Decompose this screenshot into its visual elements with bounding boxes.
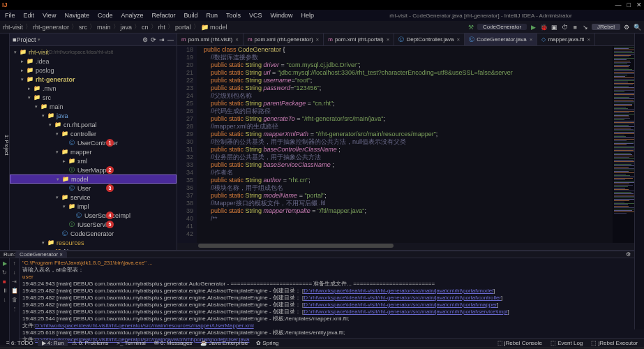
debug-icon[interactable]: 🐞 [539,23,548,31]
tree-item[interactable]: ▾📁service [10,193,177,202]
code-editor[interactable]: 1819202122232425262728293031323334353637… [177,46,644,243]
bottom-right-tab[interactable]: ⬚ jRebel Console [493,340,546,346]
profiler-icon[interactable]: ⏱ [560,23,569,31]
tree-item[interactable]: ▾📁impl [10,202,177,211]
tree-item[interactable]: ▾📁java [10,111,177,120]
project-hide-icon[interactable]: — [167,36,174,43]
code-body[interactable]: public class CodeGenerator { //数据库连接参数 p… [197,46,644,243]
run-tab[interactable]: CodeGenerator × [15,251,67,258]
menu-tools[interactable]: Tools [223,12,244,19]
coverage-icon[interactable]: ▣ [550,23,558,31]
tree-item[interactable]: ⒸCodeGenerator [10,229,177,238]
jrebel-button[interactable]: JRebel [592,24,620,30]
tree-item[interactable]: ⒸUserController1 [10,138,177,147]
tree-item[interactable]: ▸📁ftl [10,247,177,250]
breadcrumb-item[interactable]: cn [142,24,149,31]
hscrollbar[interactable] [177,243,644,250]
bottom-tab[interactable]: ✉ 0: Messages [150,340,197,346]
tree-item[interactable]: ▸📁poslog [10,66,177,75]
gear-icon[interactable]: ⚙ [622,23,631,31]
bottom-right-tab[interactable]: ⬚ jRebel Executor [587,340,642,346]
console-output[interactable]: "C:\Program Files\Java\jdk1.8.0_231\bin\… [20,258,644,345]
tree-item[interactable]: ⒾUserMapper2 [10,165,177,174]
menu-build[interactable]: Build [180,12,201,19]
menu-file[interactable]: File [1,12,19,19]
tree-item[interactable]: ▾📁cn.rht.portal [10,120,177,129]
minimize-button[interactable]: — [615,1,622,8]
tab-close-icon[interactable]: × [316,36,320,43]
breadcrumb-item[interactable]: rht-generator [33,24,69,31]
menu-refactor[interactable]: Refactor [148,12,179,19]
menu-vcs[interactable]: VCS [246,12,266,19]
tab-close-icon[interactable]: × [587,36,590,43]
tree-item[interactable]: ▸📁xml [10,156,177,165]
run-tool-icon[interactable]: ↻ [2,269,7,276]
project-tree[interactable]: ▾📁rht-visit D:/rht/workspace/idea/rht-vi… [10,46,177,250]
tab-close-icon[interactable]: × [387,36,390,43]
breadcrumb-item[interactable]: portal [175,24,191,31]
run-tool-icon[interactable]: ▶ [3,260,7,267]
run-icon[interactable]: ▶ [529,23,537,31]
tab-close-icon[interactable]: × [235,36,239,43]
maximize-button[interactable]: □ [627,1,631,8]
bottom-tab[interactable]: ✿ Spring [252,340,283,346]
run-tool-icon[interactable]: 🗑 [12,297,17,303]
menu-window[interactable]: Window [267,12,297,19]
stop-icon[interactable]: ■ [571,23,579,31]
run-tab-close-icon[interactable]: × [59,251,63,258]
hammer-icon[interactable]: ⚒ [467,23,475,31]
editor-tab[interactable]: ⒸCodeGenerator.java× [465,34,537,45]
bottom-tab[interactable]: ≡ 6: TODO [2,340,38,346]
run-tool-icon[interactable]: ↑ [13,260,16,267]
tab-close-icon[interactable]: × [456,36,460,43]
menu-help[interactable]: Help [298,12,318,19]
hscroll-thumb[interactable] [198,244,394,248]
breadcrumb-item[interactable]: src [79,24,87,31]
run-config-select[interactable]: CodeGenerator [477,24,527,30]
tree-item[interactable]: ▸📁.mvn [10,84,177,93]
run-tool-icon[interactable]: ■ [3,279,6,285]
tree-item[interactable]: ▾📁mapper [10,147,177,156]
tree-item[interactable]: ⒾIUserService5 [10,220,177,229]
project-refresh-icon[interactable]: ⟳ [151,36,156,43]
menu-view[interactable]: View [39,12,59,19]
tree-item[interactable]: ⒸUser3 [10,184,177,193]
bottom-tab[interactable]: >_ Terminal [112,340,149,346]
git-icon[interactable]: ↘ [581,23,590,31]
tree-item[interactable]: ⒸUserServiceImpl4 [10,211,177,220]
breadcrumb-item[interactable]: main [97,24,111,31]
tab-close-icon[interactable]: × [530,36,533,43]
menu-run[interactable]: Run [203,12,222,19]
tree-item[interactable]: ▾📁main [10,102,177,111]
editor-tab[interactable]: ⒸDeptController.java× [394,34,465,45]
breadcrumb-item[interactable]: rht-visit [3,24,23,31]
editor-tab[interactable]: mpom.xml (rht-generator)× [244,34,324,45]
tree-item[interactable]: ▾📁resources [10,238,177,247]
menu-edit[interactable]: Edit [20,12,38,19]
bottom-tab[interactable]: ▶ 4: Run [38,340,68,346]
tree-item[interactable]: ▾📁rht-visit D:/rht/workspace/idea/rht-vi… [10,47,177,57]
tree-item[interactable]: ▾📁rht-generator [10,75,177,84]
run-gear-icon[interactable]: ⚙ [626,251,631,258]
bottom-right-tab[interactable]: ⬚ Event Log [546,340,587,346]
run-tool-icon[interactable]: ⇥ [12,279,17,285]
run-tool-icon[interactable]: ↓ [3,297,6,303]
menu-navigate[interactable]: Navigate [61,12,93,19]
close-button[interactable]: ✕ [636,1,642,8]
run-tool-icon[interactable]: ↓ [13,269,16,276]
editor-tab[interactable]: mpom.xml (rht-portal)× [324,34,394,45]
tree-item[interactable]: ▾📁controller [10,129,177,138]
project-settings-icon[interactable]: ⚙ [142,36,148,43]
run-tool-icon[interactable]: 📋 [11,288,18,294]
tree-item[interactable]: ▾📁src [10,93,177,102]
tree-item[interactable]: ▾📁model [10,174,177,184]
tree-item[interactable]: ▸📁.idea [10,57,177,66]
project-collapse-icon[interactable]: ⇥ [159,36,165,43]
leftbar-tab[interactable]: 1: Project [4,135,9,156]
bottom-tab[interactable]: ☕ Java Enterprise [196,340,252,346]
editor-tab[interactable]: mpom.xml (rht-visit)× [177,34,244,45]
breadcrumb-item[interactable]: 📁 model [201,24,227,31]
run-tool-icon[interactable]: ⋮ [12,306,17,312]
bottom-tab[interactable]: ⚠ 0: Problems [68,340,112,346]
breadcrumb-item[interactable]: java [121,24,133,31]
